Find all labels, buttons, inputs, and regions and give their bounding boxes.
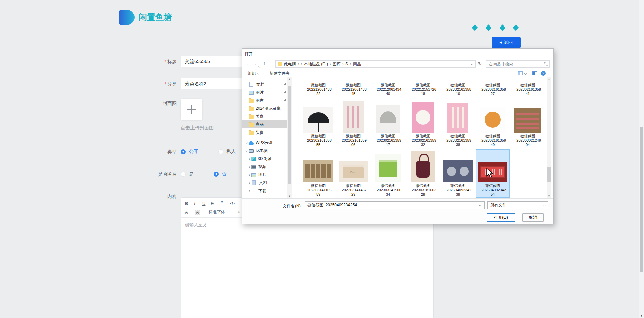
editor-tool-code[interactable]: </> xyxy=(230,200,234,206)
breadcrumb-item[interactable]: 此电脑 xyxy=(284,61,296,67)
editor-tool-highlight-color[interactable]: A xyxy=(195,209,200,215)
open-button[interactable]: 打开(O) xyxy=(487,213,515,222)
sidebar-item-头像[interactable]: 头像 xyxy=(242,128,292,137)
file-name: 微信截图_20230216135949 xyxy=(479,134,506,147)
file-item[interactable]: 微信截图_20230216135810 xyxy=(441,78,475,97)
sidebar-item-视频[interactable]: 视频 xyxy=(242,163,292,171)
file-thumbnail: Face xyxy=(339,161,368,182)
search-input[interactable] xyxy=(486,60,550,68)
sidebar-item-商品[interactable]: 商品 xyxy=(242,120,292,128)
stepper-icon[interactable]: ▴▾ xyxy=(238,210,240,214)
file-item[interactable]: 微信截图_20221215172618 xyxy=(406,78,440,97)
radio-private[interactable] xyxy=(218,149,223,154)
cloud-icon xyxy=(249,142,254,145)
scrollbar-thumb[interactable] xyxy=(547,167,551,182)
nav-forward-icon[interactable]: → xyxy=(252,61,257,66)
file-item[interactable]: 微信截图_20230318160328 xyxy=(406,149,440,198)
radio-private-label[interactable]: 私人 xyxy=(226,149,236,155)
file-item[interactable]: 微信截图_20230216135938 xyxy=(441,98,475,148)
sidebar-item-图片[interactable]: 图片 xyxy=(242,88,292,96)
sidebar-item-WPS云盘[interactable]: WPS云盘 xyxy=(242,139,292,147)
scroll-up-icon[interactable]: ▲ xyxy=(287,77,292,82)
breadcrumb-item[interactable]: S xyxy=(345,62,348,66)
file-item[interactable]: 微信截图_20250409234254 xyxy=(476,149,510,198)
expand-chevron-icon[interactable] xyxy=(247,158,251,160)
expand-chevron-icon[interactable] xyxy=(247,174,251,176)
refresh-icon[interactable]: ↻ xyxy=(478,61,482,66)
sidebar-item-图库[interactable]: 图库 xyxy=(242,96,292,104)
file-item[interactable]: 微信截图_20230216135827 xyxy=(476,78,510,97)
sidebar-item-2024演示录像[interactable]: 2024演示录像 xyxy=(242,104,292,112)
expand-chevron-icon[interactable] xyxy=(244,150,249,152)
radio-public[interactable] xyxy=(181,149,186,154)
scrollbar-thumb[interactable] xyxy=(640,127,643,272)
search-icon xyxy=(544,62,546,64)
file-item[interactable]: 微信截图_20230216135841 xyxy=(511,78,545,97)
nav-back-icon[interactable]: ← xyxy=(246,61,250,66)
radio-anon-no-label[interactable]: 否 xyxy=(222,171,226,177)
radio-anon-yes[interactable] xyxy=(181,172,186,177)
breadcrumb-item[interactable]: 图库 xyxy=(333,61,341,67)
file-item[interactable]: 微信截图_20230314110559 xyxy=(301,149,335,198)
file-item[interactable]: Face微信截图_20230314145729 xyxy=(336,149,370,198)
file-item[interactable]: 微信截图_20230314150034 xyxy=(371,149,405,198)
file-item[interactable]: 微信截图_20230216135855 xyxy=(301,98,335,148)
breadcrumb-item[interactable]: 商品 xyxy=(353,61,361,67)
sidebar-item-图片[interactable]: 图片 xyxy=(242,171,292,179)
cancel-button[interactable]: 取消 xyxy=(522,213,544,222)
file-item[interactable]: 微信截图_20230216135949 xyxy=(476,98,510,148)
file-item[interactable]: 微信截图_20221206143345 xyxy=(336,78,370,97)
sidebar-item-美食[interactable]: 美食 xyxy=(242,112,292,120)
help-icon[interactable]: ? xyxy=(541,71,546,76)
file-item[interactable]: 微信截图_20230302124904 xyxy=(511,98,545,148)
editor-tool-font-family-select[interactable]: 标准字体▴▾ xyxy=(208,209,240,215)
file-item[interactable]: 微信截图_20230216135917 xyxy=(371,98,405,148)
file-item[interactable]: 微信截图_20221206143440 xyxy=(371,78,405,97)
document-icon xyxy=(252,180,256,185)
editor-tool-underline[interactable]: U xyxy=(202,200,205,206)
editor-tool-strikethrough[interactable]: S xyxy=(211,200,214,206)
sidebar-item-文档[interactable]: 文档 xyxy=(242,179,292,187)
radio-anon-yes-label[interactable]: 是 xyxy=(189,171,194,177)
sidebar-item-3D 对象[interactable]: 3D 对象 xyxy=(242,155,292,163)
file-item[interactable]: 微信截图_20230216135932 xyxy=(406,98,440,148)
breadcrumb-item[interactable]: 本地磁盘 (G:) xyxy=(304,61,328,67)
editor-tool-blockquote[interactable]: ” xyxy=(221,200,223,206)
editor-tool-font-color[interactable]: A xyxy=(185,209,188,215)
organize-menu[interactable]: 组织 xyxy=(248,71,259,76)
nav-up-icon[interactable]: ↑ xyxy=(263,61,266,66)
file-grid-row: 微信截图_20221206143322微信截图_20221206143345微信… xyxy=(294,78,545,97)
radio-anon-no[interactable] xyxy=(214,172,219,177)
radio-public-label[interactable]: 公开 xyxy=(189,149,198,155)
expand-chevron-icon[interactable] xyxy=(247,190,251,192)
page-scrollbar[interactable]: ▼ xyxy=(639,0,644,318)
scroll-down-icon[interactable]: ▼ xyxy=(287,194,292,198)
sidebar-item-此电脑[interactable]: 此电脑 xyxy=(242,147,292,155)
editor-tool-bold[interactable]: B xyxy=(185,200,188,206)
editor-tool-italic[interactable]: I xyxy=(194,200,195,206)
expand-chevron-icon[interactable] xyxy=(247,182,251,184)
sidebar-scrollbar[interactable]: ▲ ▼ xyxy=(287,77,292,198)
view-mode-icon[interactable] xyxy=(518,71,523,75)
filename-input[interactable] xyxy=(305,201,485,209)
filetype-select[interactable]: 所有文件 xyxy=(487,201,548,209)
expand-chevron-icon[interactable] xyxy=(244,142,249,144)
scroll-down-icon[interactable]: ▼ xyxy=(547,194,551,198)
view-mode-chevron-icon[interactable] xyxy=(524,72,527,75)
scrollbar-thumb[interactable] xyxy=(288,86,291,184)
file-name: 微信截图_20230216135932 xyxy=(410,134,436,147)
file-item[interactable]: 微信截图_20221206143322 xyxy=(301,78,335,97)
sidebar-item-下载[interactable]: 下载 xyxy=(242,187,292,195)
nav-history-chevron-icon[interactable] xyxy=(258,63,260,68)
expand-chevron-icon[interactable] xyxy=(247,166,251,168)
file-item[interactable]: 微信截图_20230216135906 xyxy=(336,98,370,148)
file-grid-scrollbar[interactable]: ▲ ▼ xyxy=(547,77,551,198)
cover-upload-button[interactable] xyxy=(181,99,202,120)
scroll-up-icon[interactable]: ▲ xyxy=(547,77,551,82)
scroll-down-icon[interactable]: ▼ xyxy=(639,314,644,317)
new-folder-button[interactable]: 新建文件夹 xyxy=(270,71,290,76)
preview-pane-icon[interactable] xyxy=(532,71,537,75)
back-button[interactable]: ◀ 返回 xyxy=(492,37,521,48)
sidebar-item-文档[interactable]: 文档 xyxy=(242,80,292,88)
file-item[interactable]: 微信截图_20250409234238 xyxy=(441,149,475,198)
